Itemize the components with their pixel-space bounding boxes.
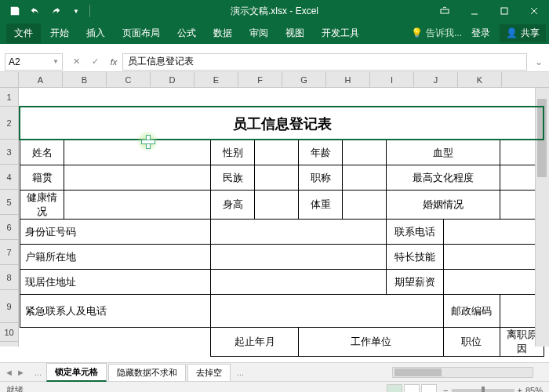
tell-me-search[interactable]: 💡 告诉我... — [411, 27, 462, 40]
cancel-formula-icon[interactable]: ✕ — [67, 54, 85, 70]
undo-icon[interactable] — [27, 2, 44, 20]
row-header[interactable]: 5 — [0, 190, 18, 215]
normal-view-icon[interactable] — [387, 384, 402, 393]
row-header[interactable]: 10 — [0, 323, 18, 342]
col-header[interactable]: B — [63, 72, 107, 87]
window-title: 演示文稿.xlsx - Excel — [231, 5, 318, 18]
page-layout-view-icon[interactable] — [404, 384, 420, 393]
zoom-level[interactable]: 85% — [525, 386, 543, 393]
fx-icon[interactable]: fx — [105, 54, 122, 70]
zoom-in-icon[interactable]: + — [518, 386, 522, 393]
tab-insert[interactable]: 插入 — [78, 24, 113, 43]
share-icon: 👤 — [506, 27, 518, 38]
maximize-icon[interactable] — [489, 0, 519, 22]
row-header[interactable]: 9 — [0, 290, 18, 323]
tab-view[interactable]: 视图 — [278, 24, 312, 43]
status-bar: 就绪 − + 85% — [0, 381, 549, 392]
col-header[interactable]: J — [414, 72, 458, 87]
row-header[interactable]: 4 — [0, 165, 18, 190]
horizontal-scrollbar[interactable] — [392, 367, 533, 378]
col-header[interactable]: H — [326, 72, 370, 87]
sheet-tab-active[interactable]: 锁定单元格 — [46, 363, 107, 382]
tab-layout[interactable]: 页面布局 — [115, 24, 168, 43]
col-header[interactable]: D — [151, 72, 195, 87]
save-icon[interactable] — [6, 2, 24, 20]
row-header[interactable]: 6 — [0, 215, 18, 240]
tab-data[interactable]: 数据 — [205, 24, 240, 43]
view-buttons — [387, 384, 437, 393]
name-box[interactable]: A2 ▼ — [5, 53, 63, 71]
redo-icon[interactable] — [47, 2, 64, 20]
share-button[interactable]: 👤 共享 — [500, 24, 546, 42]
svg-rect-2 — [501, 8, 507, 14]
tab-formula[interactable]: 公式 — [169, 24, 204, 43]
sheet-nav-next-icon[interactable]: ► — [16, 368, 25, 377]
zoom-out-icon[interactable]: − — [443, 386, 448, 393]
login-link[interactable]: 登录 — [467, 24, 495, 43]
status-ready: 就绪 — [6, 384, 24, 392]
quick-access-toolbar: ▼ — [0, 2, 92, 20]
tab-developer[interactable]: 开发工具 — [314, 24, 367, 43]
ribbon-options-icon[interactable] — [430, 0, 460, 22]
sheet-tab[interactable]: 隐藏数据不求和 — [108, 364, 186, 381]
qat-dropdown-icon[interactable]: ▼ — [67, 2, 85, 20]
scroll-thumb[interactable] — [537, 99, 547, 177]
minimize-icon[interactable] — [460, 0, 489, 22]
expand-formula-icon[interactable]: ⌄ — [532, 56, 546, 67]
spreadsheet-grid: A B C D E F G H I J K 1 2 3 4 5 6 7 8 9 … — [0, 72, 549, 362]
page-break-view-icon[interactable] — [421, 384, 437, 393]
col-header[interactable]: F — [238, 72, 282, 87]
scroll-thumb[interactable] — [394, 368, 442, 376]
zoom-control: − + 85% — [443, 386, 543, 393]
cell-area[interactable]: 员工信息登记表 姓名 性别 年龄 血型 籍贯 民族 职称 最高文化程度 健康情况… — [19, 88, 549, 347]
row-header[interactable]: 3 — [0, 140, 18, 165]
row-headers: 1 2 3 4 5 6 7 8 9 10 — [0, 88, 19, 347]
cell-cursor-icon — [140, 133, 155, 149]
col-header[interactable]: G — [282, 72, 326, 87]
sheet-nav-prev-icon[interactable]: ◄ — [5, 368, 13, 377]
sheet-tabs-bar: ◄ ► ... 锁定单元格 隐藏数据不求和 去掉空 ... — [0, 362, 549, 381]
zoom-thumb[interactable] — [482, 387, 485, 393]
col-header[interactable]: C — [107, 72, 151, 87]
row-header[interactable]: 7 — [0, 240, 18, 265]
col-header[interactable]: A — [19, 72, 63, 87]
tab-home[interactable]: 开始 — [42, 24, 77, 43]
lightbulb-icon: 💡 — [411, 27, 423, 38]
formula-bar[interactable]: 员工信息登记表 — [122, 53, 527, 71]
close-icon[interactable] — [519, 0, 549, 22]
chevron-down-icon[interactable]: ▼ — [53, 58, 59, 65]
enter-formula-icon[interactable]: ✓ — [86, 54, 104, 70]
select-all-corner[interactable] — [0, 72, 19, 87]
formula-bar-row: A2 ▼ ✕ ✓ fx 员工信息登记表 ⌄ — [0, 52, 549, 72]
ribbon-tabs: 文件 开始 插入 页面布局 公式 数据 审阅 视图 开发工具 💡 告诉我... … — [0, 22, 549, 44]
form-table: 员工信息登记表 姓名 性别 年龄 血型 籍贯 民族 职称 最高文化程度 健康情况… — [20, 107, 544, 357]
sheet-tab[interactable]: 去掉空 — [187, 364, 231, 381]
col-header[interactable]: E — [195, 72, 238, 87]
col-header[interactable]: I — [370, 72, 414, 87]
col-header[interactable]: K — [458, 72, 502, 87]
column-headers: A B C D E F G H I J K — [0, 72, 549, 88]
titlebar: ▼ 演示文稿.xlsx - Excel — [0, 0, 549, 22]
row-header[interactable]: 2 — [0, 107, 18, 140]
row-header[interactable]: 1 — [0, 88, 18, 107]
tab-review[interactable]: 审阅 — [242, 24, 276, 43]
window-controls — [430, 0, 549, 22]
row-header[interactable]: 8 — [0, 265, 18, 290]
svg-rect-0 — [441, 9, 449, 13]
tab-file[interactable]: 文件 — [6, 24, 41, 43]
form-title[interactable]: 员工信息登记表 — [20, 107, 544, 140]
vertical-scrollbar[interactable] — [535, 88, 549, 347]
zoom-slider[interactable] — [452, 389, 514, 392]
